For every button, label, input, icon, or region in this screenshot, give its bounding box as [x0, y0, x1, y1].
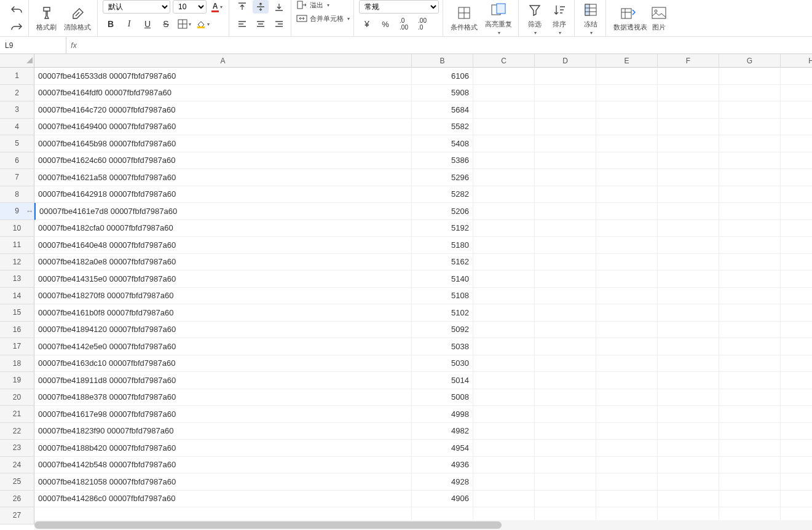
cell[interactable]: [781, 152, 812, 170]
cell[interactable]: 00007fbe41894120 00007fbfd7987a60: [34, 322, 412, 339]
cell[interactable]: [473, 119, 535, 136]
cell[interactable]: [719, 237, 781, 254]
cell[interactable]: [781, 338, 812, 355]
row-header[interactable]: 5: [0, 135, 34, 152]
cell[interactable]: [719, 473, 781, 491]
cell[interactable]: [535, 119, 596, 136]
cell[interactable]: 5192: [412, 220, 473, 237]
valign-top-button[interactable]: [234, 0, 250, 14]
cell[interactable]: [596, 389, 658, 406]
cell[interactable]: [473, 491, 535, 508]
cell[interactable]: 00007fbe418911d8 00007fbfd7987a60: [34, 372, 412, 389]
cell[interactable]: [658, 68, 719, 85]
cell[interactable]: 4928: [412, 473, 473, 491]
cell[interactable]: [781, 355, 812, 373]
cell[interactable]: 5296: [412, 169, 473, 186]
number-format-select[interactable]: 常规: [359, 0, 439, 14]
row-header[interactable]: 3: [0, 101, 34, 119]
cell[interactable]: [473, 203, 535, 220]
cell[interactable]: [658, 101, 719, 119]
cell[interactable]: [781, 304, 812, 322]
cell[interactable]: [535, 169, 596, 186]
cell[interactable]: 00007fbe416533d8 00007fbfd7987a60: [34, 68, 412, 85]
cell[interactable]: [596, 237, 658, 254]
cell[interactable]: [781, 423, 812, 440]
cell[interactable]: 5206: [412, 203, 473, 220]
cell[interactable]: [596, 423, 658, 440]
cell[interactable]: 00007fbe418270f8 00007fbfd7987a60: [34, 288, 412, 305]
row-header[interactable]: 21: [0, 406, 34, 423]
cell[interactable]: [719, 440, 781, 457]
cell[interactable]: [596, 152, 658, 170]
cell[interactable]: [535, 322, 596, 339]
cell[interactable]: [658, 322, 719, 339]
cell[interactable]: [658, 152, 719, 170]
cell[interactable]: [658, 186, 719, 204]
cell[interactable]: [719, 169, 781, 186]
conditional-format-button[interactable]: 条件格式: [448, 3, 480, 33]
cell[interactable]: [658, 237, 719, 254]
cell[interactable]: [719, 406, 781, 423]
cell[interactable]: 5014: [412, 372, 473, 389]
cell[interactable]: [596, 288, 658, 305]
cell[interactable]: [596, 473, 658, 491]
cell[interactable]: [781, 119, 812, 136]
percent-button[interactable]: %: [377, 17, 393, 31]
cell[interactable]: [719, 220, 781, 237]
cell[interactable]: [535, 406, 596, 423]
cell[interactable]: 5092: [412, 322, 473, 339]
cell[interactable]: 00007fbe414315e0 00007fbfd7987a60: [34, 271, 412, 288]
highlight-duplicates-button[interactable]: 高亮重复 ▾: [483, 0, 514, 37]
font-color-button[interactable]: A▾: [209, 0, 225, 14]
cell[interactable]: [719, 68, 781, 85]
cell[interactable]: [473, 271, 535, 288]
row-header[interactable]: 13: [0, 271, 34, 288]
cell[interactable]: [596, 338, 658, 355]
cell[interactable]: [719, 288, 781, 305]
cell[interactable]: [596, 203, 658, 220]
cell[interactable]: [658, 372, 719, 389]
increase-decimal-button[interactable]: .0.00: [396, 17, 412, 31]
cell[interactable]: [473, 288, 535, 305]
cell[interactable]: [719, 355, 781, 373]
column-header-A[interactable]: A: [34, 54, 412, 68]
row-header[interactable]: 7: [0, 169, 34, 186]
cell[interactable]: [535, 338, 596, 355]
cell[interactable]: [658, 457, 719, 474]
cell[interactable]: [658, 169, 719, 186]
cell[interactable]: 4936: [412, 457, 473, 474]
row-header[interactable]: 8: [0, 186, 34, 204]
cell[interactable]: [781, 101, 812, 119]
cell[interactable]: [781, 491, 812, 508]
cell[interactable]: 00007fbe41642918 00007fbfd7987a60: [34, 186, 412, 204]
cell[interactable]: 4954: [412, 440, 473, 457]
cell[interactable]: [596, 304, 658, 322]
column-header-D[interactable]: D: [535, 54, 596, 68]
row-header[interactable]: 17: [0, 338, 34, 355]
cell[interactable]: [535, 220, 596, 237]
cell[interactable]: [719, 304, 781, 322]
cell[interactable]: 5282: [412, 186, 473, 204]
cell[interactable]: [658, 85, 719, 102]
cell[interactable]: 00007fbe41640e48 00007fbfd7987a60: [34, 237, 412, 254]
cell[interactable]: [473, 338, 535, 355]
cell[interactable]: [535, 389, 596, 406]
cell[interactable]: [781, 457, 812, 474]
cell[interactable]: [596, 186, 658, 204]
row-header[interactable]: 16: [0, 322, 34, 339]
row-header[interactable]: 23: [0, 440, 34, 457]
cell[interactable]: [535, 473, 596, 491]
cell[interactable]: [658, 473, 719, 491]
row-header[interactable]: 14: [0, 288, 34, 305]
cell[interactable]: [781, 406, 812, 423]
cell[interactable]: [781, 135, 812, 152]
cell[interactable]: [535, 152, 596, 170]
font-size-select[interactable]: 10: [173, 0, 207, 14]
row-header[interactable]: 6: [0, 152, 34, 170]
cell[interactable]: [719, 85, 781, 102]
column-header-C[interactable]: C: [473, 54, 535, 68]
row-header[interactable]: 22: [0, 423, 34, 440]
cell[interactable]: [719, 372, 781, 389]
cell[interactable]: [658, 406, 719, 423]
cell[interactable]: 5030: [412, 355, 473, 373]
